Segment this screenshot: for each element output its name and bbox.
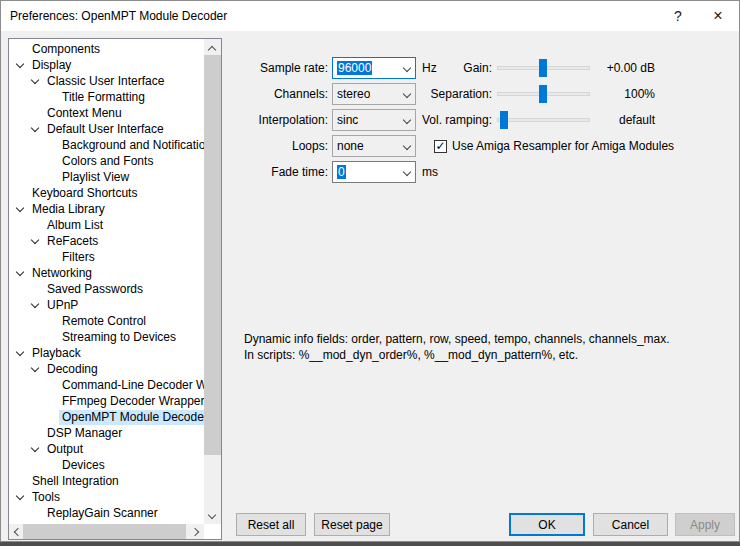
tree-indent bbox=[28, 105, 44, 121]
tree-item-networking[interactable]: Networking bbox=[9, 265, 95, 281]
slider-value: 100% bbox=[590, 87, 655, 101]
chevron-down-icon[interactable] bbox=[403, 168, 411, 176]
vertical-scroll-thumb[interactable] bbox=[204, 55, 221, 455]
tree-item-default-user-interface[interactable]: Default User Interface bbox=[9, 121, 167, 137]
tree-item-shell-integration[interactable]: Shell Integration bbox=[9, 473, 122, 489]
tree-item-devices[interactable]: Devices bbox=[9, 457, 108, 473]
tree-item-label: Colors and Fonts bbox=[59, 154, 156, 169]
chevron-down-icon[interactable] bbox=[28, 121, 44, 137]
horizontal-scroll-thumb[interactable] bbox=[23, 524, 186, 539]
info-line-1: Dynamic info fields: order, pattern, row… bbox=[244, 331, 670, 347]
tree-indent bbox=[43, 137, 59, 153]
tree-item-label: Components bbox=[29, 42, 103, 57]
tree-item-context-menu[interactable]: Context Menu bbox=[9, 105, 125, 121]
slider-value: +0.00 dB bbox=[590, 61, 655, 75]
tree-item-output[interactable]: Output bbox=[9, 441, 86, 457]
close-button[interactable]: × bbox=[697, 1, 739, 31]
field-label: Loops: bbox=[240, 139, 328, 153]
tree-item-label: Title Formatting bbox=[59, 90, 148, 105]
tree-item-openmpt-module-decoder[interactable]: OpenMPT Module Decoder bbox=[9, 409, 204, 425]
combobox-value: 0 bbox=[337, 165, 346, 179]
tree-item-label: Devices bbox=[59, 458, 108, 473]
tree-indent bbox=[43, 89, 59, 105]
slider-thumb[interactable] bbox=[539, 59, 547, 77]
tree-item-remote-control[interactable]: Remote Control bbox=[9, 313, 149, 329]
tree-indent bbox=[43, 409, 59, 425]
loops-combobox[interactable]: none bbox=[332, 135, 416, 157]
tree-item-media-library[interactable]: Media Library bbox=[9, 201, 108, 217]
tree-item-label: ReplayGain Scanner bbox=[44, 506, 161, 521]
separation-slider[interactable] bbox=[497, 92, 590, 96]
tree-item-label: Command-Line Decoder Wrapper bbox=[59, 378, 204, 393]
chevron-down-icon[interactable] bbox=[13, 489, 29, 505]
tree-item-playlist-view[interactable]: Playlist View bbox=[9, 169, 132, 185]
scroll-down-icon[interactable] bbox=[204, 508, 221, 524]
checkbox-label[interactable]: Use Amiga Resampler for Amiga Modules bbox=[452, 139, 674, 153]
tree-item-command-line-decoder-wrapper[interactable]: Command-Line Decoder Wrapper bbox=[9, 377, 204, 393]
cancel-button[interactable]: Cancel bbox=[593, 513, 668, 536]
tree-item-dsp-manager[interactable]: DSP Manager bbox=[9, 425, 125, 441]
chevron-down-icon[interactable] bbox=[403, 142, 411, 150]
chevron-down-icon[interactable] bbox=[28, 73, 44, 89]
tree-item-keyboard-shortcuts[interactable]: Keyboard Shortcuts bbox=[9, 185, 140, 201]
reset-all-button[interactable]: Reset all bbox=[236, 513, 306, 536]
tree-item-label: Networking bbox=[29, 266, 95, 281]
tree-item-saved-passwords[interactable]: Saved Passwords bbox=[9, 281, 146, 297]
chevron-down-icon[interactable] bbox=[13, 265, 29, 281]
chevron-down-icon[interactable] bbox=[28, 233, 44, 249]
scroll-right-icon[interactable] bbox=[189, 524, 204, 539]
dynamic-info-text: Dynamic info fields: order, pattern, row… bbox=[244, 331, 670, 363]
chevron-down-icon[interactable] bbox=[28, 361, 44, 377]
tree-vertical-scrollbar[interactable] bbox=[204, 39, 221, 524]
slider-label: Separation: bbox=[377, 87, 492, 101]
help-button[interactable]: ? bbox=[657, 1, 699, 31]
tree-item-refacets[interactable]: ReFacets bbox=[9, 233, 101, 249]
tree-item-decoding[interactable]: Decoding bbox=[9, 361, 101, 377]
tree-item-title-formatting[interactable]: Title Formatting bbox=[9, 89, 148, 105]
tree-item-classic-user-interface[interactable]: Classic User Interface bbox=[9, 73, 167, 89]
combobox-value: sinc bbox=[337, 113, 358, 127]
apply-button: Apply bbox=[675, 513, 735, 536]
title-bar[interactable]: Preferences: OpenMPT Module Decoder ? × bbox=[1, 1, 739, 31]
chevron-down-icon[interactable] bbox=[13, 201, 29, 217]
tree-item-upnp[interactable]: UPnP bbox=[9, 297, 81, 313]
scroll-up-icon[interactable] bbox=[204, 39, 221, 55]
tree-item-background-and-notifications[interactable]: Background and Notifications bbox=[9, 137, 204, 153]
tree-item-streaming-to-devices[interactable]: Streaming to Devices bbox=[9, 329, 179, 345]
chevron-down-icon[interactable] bbox=[13, 345, 29, 361]
chevron-down-icon[interactable] bbox=[28, 441, 44, 457]
tree-item-ffmpeg-decoder-wrapper[interactable]: FFmpeg Decoder Wrapper bbox=[9, 393, 204, 409]
slider-thumb[interactable] bbox=[539, 85, 547, 103]
chevron-down-icon[interactable] bbox=[13, 57, 29, 73]
tree-item-label: Saved Passwords bbox=[44, 282, 146, 297]
tree-indent bbox=[28, 217, 44, 233]
tree-item-colors-and-fonts[interactable]: Colors and Fonts bbox=[9, 153, 156, 169]
combobox-value: 96000 bbox=[337, 61, 372, 75]
tree-item-label: Background and Notifications bbox=[59, 138, 204, 153]
ok-button[interactable]: OK bbox=[509, 513, 585, 536]
tree-item-tools[interactable]: Tools bbox=[9, 489, 63, 505]
field-label: Sample rate: bbox=[240, 61, 328, 75]
tree-indent bbox=[28, 505, 44, 521]
fade-time-row: Fade time:0ms bbox=[240, 161, 438, 183]
gain-slider[interactable] bbox=[497, 66, 590, 70]
tree-item-components[interactable]: Components bbox=[9, 41, 103, 57]
tree-indent bbox=[43, 169, 59, 185]
reset-page-button[interactable]: Reset page bbox=[314, 513, 390, 536]
tree-item-filters[interactable]: Filters bbox=[9, 249, 98, 265]
tree-item-replaygain-scanner[interactable]: ReplayGain Scanner bbox=[9, 505, 161, 521]
amiga-resampler-checkbox[interactable]: ✓ bbox=[434, 140, 447, 153]
tree-item-album-list[interactable]: Album List bbox=[9, 217, 106, 233]
tree-item-label: Tools bbox=[29, 490, 63, 505]
vol-ramping-slider[interactable] bbox=[497, 118, 590, 122]
tree-horizontal-scrollbar[interactable] bbox=[9, 524, 204, 539]
scroll-left-icon[interactable] bbox=[9, 524, 24, 539]
tree-item-display[interactable]: Display bbox=[9, 57, 74, 73]
slider-thumb[interactable] bbox=[500, 111, 508, 129]
tree-item-playback[interactable]: Playback bbox=[9, 345, 84, 361]
fade-time-combobox[interactable]: 0 bbox=[332, 161, 416, 183]
tree-indent bbox=[28, 281, 44, 297]
tree-item-label: Classic User Interface bbox=[44, 74, 167, 89]
tree-item-label: ReFacets bbox=[44, 234, 101, 249]
chevron-down-icon[interactable] bbox=[28, 297, 44, 313]
